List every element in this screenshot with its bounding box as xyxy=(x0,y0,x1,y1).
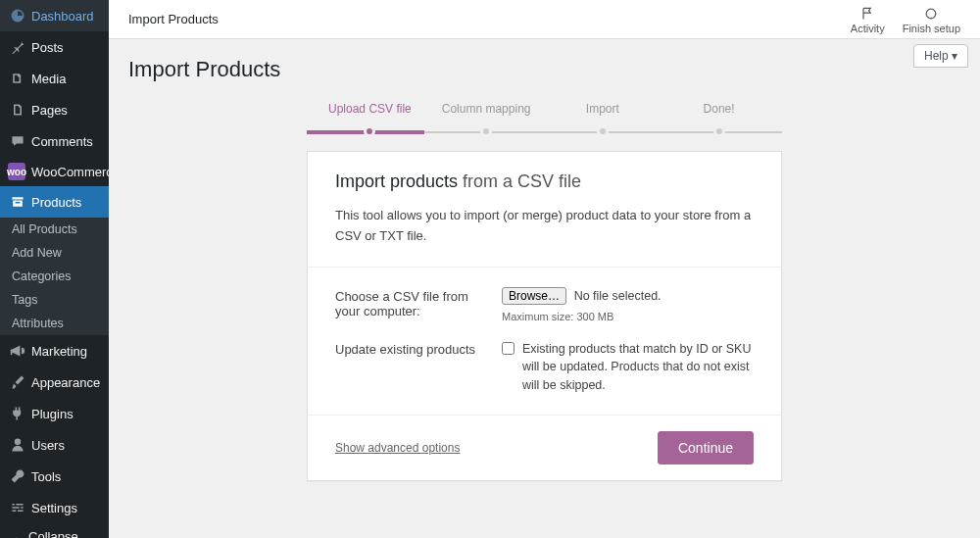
finish-setup-button[interactable]: Finish setup xyxy=(903,5,960,34)
step-dot-icon xyxy=(597,125,609,137)
megaphone-icon xyxy=(8,341,27,361)
page-icon xyxy=(8,100,27,120)
update-existing-checkbox[interactable] xyxy=(502,342,514,355)
user-icon xyxy=(8,435,27,455)
submenu-tags[interactable]: Tags xyxy=(0,288,109,312)
submenu-all-products[interactable]: All Products xyxy=(0,218,109,241)
sidebar-item-posts[interactable]: Posts xyxy=(0,31,109,63)
step-upload: Upload CSV file xyxy=(312,102,428,137)
finish-setup-label: Finish setup xyxy=(903,23,960,34)
sidebar-item-label: Comments xyxy=(31,134,93,149)
step-label: Upload CSV file xyxy=(312,102,428,116)
brush-icon xyxy=(8,372,27,392)
sidebar-item-appearance[interactable]: Appearance xyxy=(0,367,109,398)
sidebar-item-label: WooCommerce xyxy=(31,165,120,179)
sidebar-item-tools[interactable]: Tools xyxy=(0,461,109,492)
main-content: Import Products Upload CSV file Column m… xyxy=(109,0,980,514)
circle-icon xyxy=(923,5,939,23)
card-description: This tool allows you to import (or merge… xyxy=(335,206,754,247)
card-title-prefix: Import products xyxy=(335,171,463,191)
sidebar-item-pages[interactable]: Pages xyxy=(0,94,109,125)
svg-point-1 xyxy=(927,9,937,19)
browse-button[interactable]: Browse… xyxy=(502,287,566,305)
sidebar-item-woocommerce[interactable]: woo WooCommerce xyxy=(0,157,109,186)
sidebar-item-label: Settings xyxy=(31,501,77,515)
step-dot-icon xyxy=(480,125,492,137)
page-title: Import Products xyxy=(128,57,960,82)
step-import: Import xyxy=(545,102,662,137)
update-existing-label: Update existing products xyxy=(335,340,502,357)
sidebar-item-media[interactable]: Media xyxy=(0,63,109,94)
step-label: Column mapping xyxy=(428,102,545,116)
sidebar-item-products[interactable]: Products xyxy=(0,186,109,218)
choose-file-label: Choose a CSV file from your computer: xyxy=(335,287,502,318)
sidebar-item-plugins[interactable]: Plugins xyxy=(0,398,109,429)
sidebar-item-label: Dashboard xyxy=(31,9,94,24)
progress-stepper: Upload CSV file Column mapping Import Do… xyxy=(307,102,782,137)
submenu-categories[interactable]: Categories xyxy=(0,265,109,288)
sidebar-item-settings[interactable]: Settings xyxy=(0,492,109,523)
activity-button[interactable]: Activity xyxy=(851,5,885,34)
step-dot-icon xyxy=(364,125,375,137)
collapse-icon xyxy=(8,534,24,538)
card-title-emph: from a CSV file xyxy=(463,171,581,191)
sidebar-item-label: Users xyxy=(31,438,65,453)
products-submenu: All Products Add New Categories Tags Att… xyxy=(0,218,109,335)
sidebar-item-label: Collapse menu xyxy=(28,529,101,538)
step-done: Done! xyxy=(661,102,777,137)
step-dot-icon xyxy=(713,125,725,137)
plug-icon xyxy=(8,404,27,423)
dashboard-icon xyxy=(8,6,27,25)
sidebar-item-label: Tools xyxy=(31,469,61,484)
sidebar-item-label: Media xyxy=(31,72,66,86)
sidebar-item-label: Marketing xyxy=(31,344,87,359)
wrench-icon xyxy=(8,466,27,486)
step-label: Import xyxy=(545,102,662,116)
submenu-add-new[interactable]: Add New xyxy=(0,241,109,265)
advanced-options-link[interactable]: Show advanced options xyxy=(335,441,460,455)
sidebar-item-label: Plugins xyxy=(31,407,74,421)
max-size-text: Maximum size: 300 MB xyxy=(502,311,754,322)
media-icon xyxy=(8,69,27,88)
sidebar-item-marketing[interactable]: Marketing xyxy=(0,335,109,367)
sidebar-item-dashboard[interactable]: Dashboard xyxy=(0,0,109,31)
sidebar-item-label: Pages xyxy=(31,103,68,118)
sidebar-item-label: Products xyxy=(31,195,81,210)
sliders-icon xyxy=(8,498,27,517)
sidebar-item-label: Appearance xyxy=(31,375,100,390)
comment-icon xyxy=(8,131,27,151)
continue-button[interactable]: Continue xyxy=(658,431,754,465)
update-existing-checkbox-row[interactable]: Existing products that match by ID or SK… xyxy=(502,340,754,395)
flag-icon xyxy=(859,5,875,23)
card-title: Import products from a CSV file xyxy=(335,171,754,192)
sidebar-item-comments[interactable]: Comments xyxy=(0,125,109,157)
step-label: Done! xyxy=(661,102,777,116)
import-card: Import products from a CSV file This too… xyxy=(307,151,782,481)
step-mapping: Column mapping xyxy=(428,102,545,137)
sidebar-item-label: Posts xyxy=(31,40,64,55)
pin-icon xyxy=(8,37,27,57)
file-status: No file selected. xyxy=(574,289,662,303)
sidebar-item-users[interactable]: Users xyxy=(0,429,109,461)
topbar-title: Import Products xyxy=(128,12,219,26)
woocommerce-icon: woo xyxy=(8,163,25,180)
archive-icon xyxy=(8,192,27,212)
admin-sidebar: Dashboard Posts Media Pages Comments woo… xyxy=(0,0,109,538)
topbar: Import Products Activity Finish setup xyxy=(109,0,980,39)
help-button[interactable]: Help ▾ xyxy=(913,44,968,68)
update-existing-help: Existing products that match by ID or SK… xyxy=(522,340,754,395)
sidebar-item-collapse[interactable]: Collapse menu xyxy=(0,523,109,538)
activity-label: Activity xyxy=(851,23,885,34)
submenu-attributes[interactable]: Attributes xyxy=(0,312,109,335)
